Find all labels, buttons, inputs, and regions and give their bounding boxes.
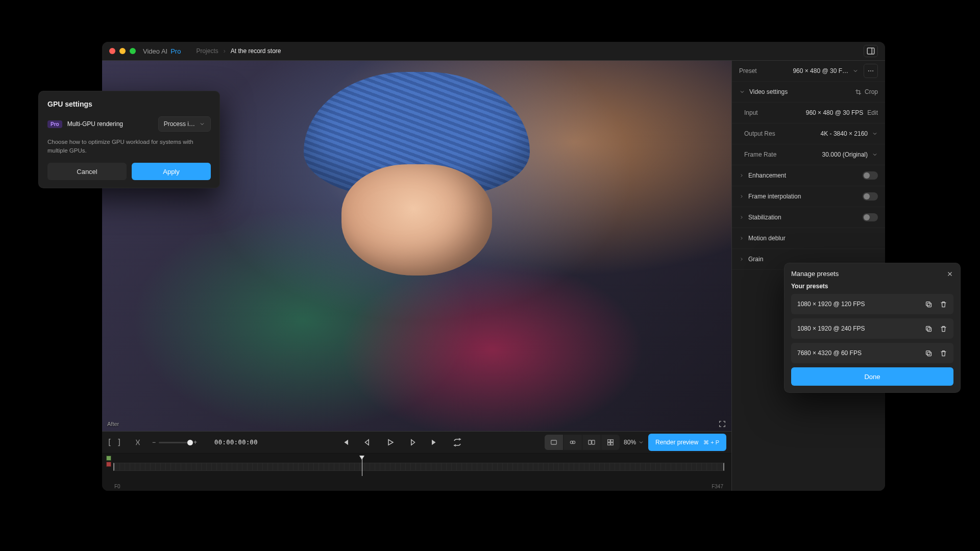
viewer-zoom-value: 80% — [624, 439, 636, 446]
go-start-button[interactable] — [340, 438, 350, 447]
window-minimize-icon[interactable] — [119, 48, 126, 54]
outputres-label: Output Res — [744, 130, 775, 137]
viewmode-split-button[interactable] — [582, 435, 601, 450]
chevron-down-icon — [872, 152, 878, 158]
enhancement-header[interactable]: Enhancement — [732, 165, 885, 186]
step-forward-icon — [408, 438, 417, 447]
timeline-rail[interactable] — [113, 463, 724, 471]
zoom-slider[interactable] — [159, 442, 190, 443]
preset-more-button[interactable] — [864, 64, 878, 78]
breadcrumb-root[interactable]: Projects — [196, 47, 218, 55]
trim-button[interactable] — [134, 438, 142, 446]
step-forward-button[interactable] — [408, 438, 417, 447]
preset-copy-button[interactable] — [925, 300, 933, 308]
preset-delete-button[interactable] — [940, 300, 947, 308]
track-a-icon[interactable] — [106, 456, 111, 461]
zoom-out-button[interactable]: − — [152, 439, 156, 446]
window-traffic-lights — [109, 48, 136, 54]
video-settings-header[interactable]: Video settings Crop — [732, 82, 885, 103]
input-edit-button[interactable]: Edit — [867, 109, 878, 116]
motiondeblur-header[interactable]: Motion deblur — [732, 228, 885, 249]
timeline-start-frame: F0 — [114, 484, 120, 489]
viewmode-single-button[interactable] — [545, 435, 564, 450]
zoom-in-button[interactable]: + — [193, 439, 197, 446]
layout-toggle-button[interactable] — [864, 45, 878, 57]
sidebyside-icon — [569, 438, 577, 446]
frameinterp-header[interactable]: Frame interpolation — [732, 186, 885, 207]
preset-value: 960 × 480 @ 30 F… — [793, 67, 848, 74]
preset-dropdown[interactable]: 960 × 480 @ 30 F… — [793, 67, 859, 74]
playhead[interactable] — [362, 459, 362, 476]
framerate-dropdown[interactable]: 30.000 (Original) — [822, 151, 878, 158]
transport-controls: [ ] − + 00:00:00:00 — [102, 431, 731, 453]
preset-delete-button[interactable] — [940, 349, 947, 357]
framerate-row: Frame Rate 30.000 (Original) — [732, 144, 885, 165]
preset-copy-button[interactable] — [925, 325, 933, 333]
preset-item-label: 551 × 980 @ 120 FPS — [797, 300, 865, 308]
go-end-button[interactable] — [430, 438, 439, 447]
svg-point-12 — [870, 70, 871, 71]
chevron-right-icon — [739, 194, 744, 199]
trash-icon — [940, 349, 947, 357]
mark-out-button[interactable]: ] — [117, 438, 121, 447]
trash-icon — [940, 300, 947, 308]
gpu-mode-value: Process i… — [164, 120, 195, 128]
crop-button[interactable]: Crop — [855, 88, 878, 95]
gpu-apply-label: Apply — [163, 168, 180, 176]
gpu-mode-dropdown[interactable]: Process i… — [158, 116, 211, 132]
video-settings-label: Video settings — [749, 88, 788, 95]
render-preview-button[interactable]: Render preview ⌘ + P — [648, 434, 726, 451]
frameinterp-label: Frame interpolation — [748, 193, 801, 200]
timeline[interactable]: F0 F347 — [102, 453, 731, 491]
loop-button[interactable] — [453, 438, 462, 447]
step-back-button[interactable] — [363, 438, 372, 447]
chevron-down-icon — [199, 121, 205, 127]
gpu-cancel-label: Cancel — [77, 168, 97, 176]
preset-delete-button[interactable] — [940, 325, 947, 333]
preset-item[interactable]: 551 × 980 @ 240 FPS — [791, 318, 953, 339]
preset-item[interactable]: 551 × 980 @ 120 FPS — [791, 294, 953, 314]
grid-icon — [606, 438, 615, 446]
track-b-icon[interactable] — [106, 462, 111, 467]
app-title: Video AI Pro — [143, 47, 181, 55]
svg-rect-9 — [608, 443, 610, 445]
viewmode-sidebyside-button[interactable] — [564, 435, 582, 450]
chevron-right-icon — [739, 173, 744, 178]
fullscreen-button[interactable] — [718, 420, 726, 428]
breadcrumb: Projects › At the record store — [196, 47, 281, 55]
breadcrumb-project[interactable]: At the record store — [231, 47, 281, 55]
preset-copy-button[interactable] — [925, 349, 933, 357]
trash-icon — [940, 325, 947, 333]
svg-rect-16 — [927, 328, 932, 332]
outputres-dropdown[interactable]: 4K - 3840 × 2160 — [821, 130, 878, 137]
svg-rect-7 — [608, 440, 610, 442]
gpu-cancel-button[interactable]: Cancel — [47, 163, 127, 180]
gpu-apply-button[interactable]: Apply — [132, 163, 211, 180]
grain-label: Grain — [748, 256, 763, 263]
svg-rect-10 — [611, 443, 614, 445]
viewmode-grid-button[interactable] — [601, 435, 620, 450]
play-button[interactable] — [385, 438, 395, 447]
svg-rect-2 — [551, 440, 557, 444]
zoom-control: − + — [152, 439, 197, 446]
window-zoom-icon[interactable] — [130, 48, 136, 54]
preview-image — [341, 164, 493, 276]
stabilization-header[interactable]: Stabilization — [732, 207, 885, 228]
stabilization-toggle[interactable] — [863, 213, 878, 221]
chevron-down-icon — [872, 131, 878, 137]
presets-done-button[interactable]: Done — [791, 367, 953, 386]
preset-item[interactable]: 7680 × 4320 @ 60 FPS — [791, 343, 953, 363]
preset-item-label: 551 × 980 @ 240 FPS — [797, 325, 865, 332]
chevron-right-icon: › — [224, 47, 226, 55]
gpu-settings-description: Choose how to optimize GPU workload for … — [47, 138, 211, 155]
manage-presets-close-button[interactable] — [946, 270, 953, 278]
frameinterp-toggle[interactable] — [863, 192, 878, 201]
enhancement-toggle[interactable] — [863, 171, 878, 180]
manage-presets-panel: Manage presets Your presets 551 × 980 … — [784, 263, 961, 393]
window-close-icon[interactable] — [109, 48, 115, 54]
step-back-icon — [363, 438, 372, 447]
viewer-zoom-dropdown[interactable]: 80% — [624, 439, 644, 446]
zoom-slider-thumb[interactable] — [187, 440, 193, 445]
mark-in-button[interactable]: [ — [107, 438, 112, 447]
fullscreen-icon — [718, 420, 726, 428]
